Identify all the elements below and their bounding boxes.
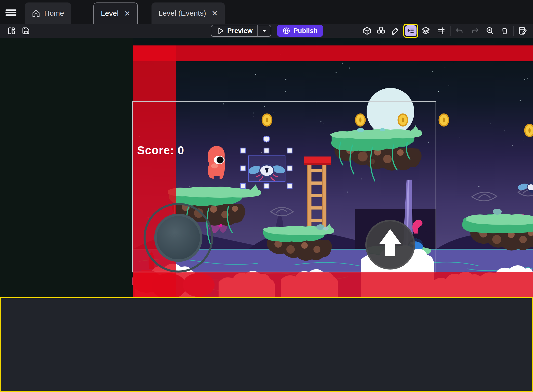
coin	[356, 114, 365, 126]
instances-list-highlight	[403, 24, 418, 38]
redo-icon[interactable]	[470, 26, 480, 36]
chevron-down-icon[interactable]	[261, 28, 267, 34]
globe-icon	[282, 27, 290, 35]
instances-list-panel: Instances List ✕ Object name X Y Angle L…	[0, 297, 533, 392]
tab-level-label: Level	[101, 9, 119, 18]
player-character[interactable]	[208, 146, 225, 179]
scene-canvas[interactable]: Score: 0 22;723	[0, 38, 533, 297]
delete-trash-icon[interactable]	[500, 26, 510, 36]
instances-cubes-icon[interactable]	[376, 26, 386, 36]
coin	[262, 114, 272, 126]
edit-scene-properties-icon[interactable]	[518, 26, 528, 36]
save-icon[interactable]	[21, 26, 31, 36]
zoom-in-icon[interactable]	[485, 26, 495, 36]
layers-icon[interactable]	[421, 26, 431, 36]
play-icon	[216, 27, 225, 35]
tab-level-close-icon[interactable]: ✕	[123, 9, 130, 18]
toolbar: Preview Publish	[0, 24, 533, 38]
score-text: Score: 0	[137, 144, 184, 157]
edit-pencil-icon[interactable]	[390, 26, 400, 36]
tab-home-label: Home	[44, 9, 64, 17]
gdevelop-editor: Home Level ✕ Level (Events) ✕ P	[0, 0, 533, 392]
tab-level-events-label: Level (Events)	[158, 9, 206, 17]
publish-label: Publish	[293, 27, 318, 35]
coin	[398, 114, 408, 126]
preview-split-divider	[257, 25, 258, 37]
tab-level[interactable]: Level ✕	[93, 2, 138, 24]
editor-background	[0, 38, 133, 297]
tab-home[interactable]: Home	[25, 2, 71, 24]
add-object-icon[interactable]	[362, 26, 372, 36]
grid-icon[interactable]	[436, 26, 446, 36]
toolbar-separator-2	[513, 26, 514, 36]
tab-level-events-close-icon[interactable]: ✕	[210, 9, 218, 18]
toggle-panels-icon[interactable]	[6, 26, 16, 36]
preview-button[interactable]: Preview	[211, 25, 271, 37]
tab-level-events[interactable]: Level (Events) ✕	[152, 2, 225, 24]
instances-list-icon[interactable]	[405, 25, 417, 36]
undo-icon[interactable]	[455, 26, 464, 36]
jump-button[interactable]	[366, 221, 414, 269]
main-menu-icon[interactable]	[5, 9, 16, 16]
moon	[367, 88, 414, 136]
home-icon	[32, 9, 40, 17]
tab-bar: Home Level ✕ Level (Events) ✕	[0, 0, 533, 24]
coin	[525, 124, 533, 136]
coin	[439, 114, 449, 126]
rotate-handle	[264, 136, 269, 142]
publish-button[interactable]: Publish	[277, 25, 323, 37]
toolbar-separator	[450, 26, 451, 36]
scene-render	[0, 38, 533, 297]
virtual-joystick[interactable]	[145, 204, 212, 272]
preview-label: Preview	[227, 27, 253, 35]
selected-fly-instance[interactable]	[248, 156, 286, 181]
